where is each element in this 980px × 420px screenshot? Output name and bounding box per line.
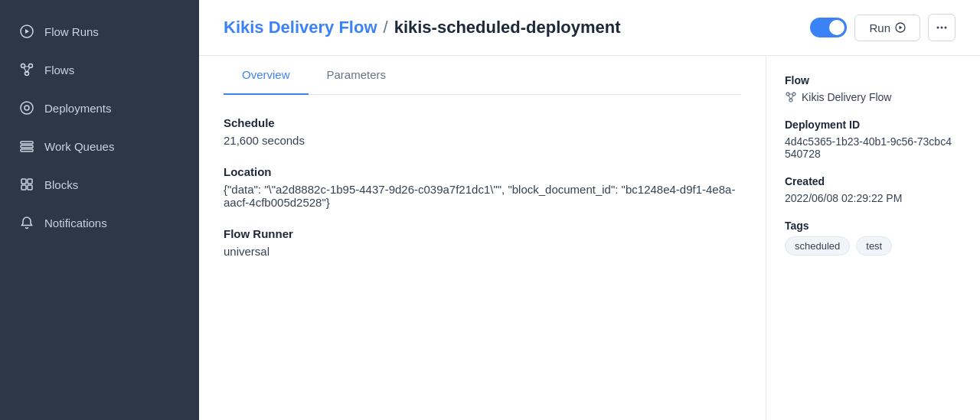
flows-icon [18,61,35,78]
tag-test: test [856,236,892,256]
flow-link: Kikis Delivery Flow [785,91,956,103]
sidebar-item-work-queues[interactable]: Work Queues [0,127,199,165]
meta-tags-label: Tags [785,220,956,232]
flow-runner-section: Flow Runner universal [224,227,741,258]
flow-runner-label: Flow Runner [224,227,741,240]
tab-overview[interactable]: Overview [224,56,309,95]
sidebar-item-label: Flows [44,63,74,77]
breadcrumb-flow-link[interactable]: Kikis Delivery Flow [224,18,377,37]
svg-point-4 [21,102,33,114]
meta-deployment-id-label: Deployment ID [785,119,956,131]
more-icon [935,21,949,34]
svg-point-5 [24,106,29,110]
sidebar-item-label: Work Queues [44,140,114,153]
svg-rect-8 [21,149,33,151]
tags-container: scheduled test [785,236,956,256]
content-area: Overview Parameters Schedule 21,600 seco… [199,56,980,420]
header-actions: Run [810,14,956,41]
schedule-label: Schedule [224,116,741,129]
play-icon [895,22,906,33]
blocks-icon [18,176,35,193]
meta-created-value: 2022/06/08 02:29:22 PM [785,192,956,204]
svg-rect-11 [21,185,26,190]
deployments-icon [18,99,35,116]
svg-rect-7 [21,145,33,148]
tabs: Overview Parameters [224,56,741,95]
svg-point-2 [29,64,33,68]
tab-parameters[interactable]: Parameters [309,56,405,95]
tag-scheduled: scheduled [785,236,850,256]
deployment-toggle[interactable] [810,18,847,37]
meta-deployment-id: Deployment ID 4d4c5365-1b23-40b1-9c56-73… [785,119,956,160]
sidebar-item-label: Blocks [44,178,78,191]
main-panel: Overview Parameters Schedule 21,600 seco… [199,56,766,420]
schedule-value: 21,600 seconds [224,134,741,147]
svg-point-15 [941,27,943,29]
svg-point-14 [937,27,939,29]
page-header: Kikis Delivery Flow / kikis-scheduled-de… [199,0,980,56]
sidebar: Flow Runs Flows Deployments [0,0,199,420]
meta-created: Created 2022/06/08 02:29:22 PM [785,175,956,204]
sidebar-item-blocks[interactable]: Blocks [0,165,199,203]
svg-rect-6 [21,142,33,144]
breadcrumb-deployment: kikis-scheduled-deployment [394,18,621,37]
location-label: Location [224,165,741,178]
notifications-icon [18,214,35,231]
svg-rect-9 [21,179,26,184]
svg-rect-10 [28,179,32,184]
meta-flow-label: Flow [785,74,956,86]
svg-point-1 [21,64,25,68]
location-section: Location {"data": "\"a2d8882c-1b95-4437-… [224,165,741,209]
more-options-button[interactable] [928,14,956,41]
meta-flow: Flow Kikis Delivery Flow [785,74,956,103]
svg-rect-12 [28,185,32,190]
main-area: Kikis Delivery Flow / kikis-scheduled-de… [199,0,980,420]
sidebar-item-flow-runs[interactable]: Flow Runs [0,12,199,50]
sidebar-item-notifications[interactable]: Notifications [0,203,199,242]
breadcrumb-separator: / [384,18,388,37]
meta-created-label: Created [785,175,956,187]
location-value: {"data": "\"a2d8882c-1b95-4437-9d26-c039… [224,183,741,209]
flow-runs-icon [18,23,35,40]
sidebar-item-flows[interactable]: Flows [0,50,199,89]
meta-tags: Tags scheduled test [785,220,956,256]
flow-icon [785,91,797,103]
sidebar-item-deployments[interactable]: Deployments [0,89,199,127]
work-queues-icon [18,138,35,155]
schedule-section: Schedule 21,600 seconds [224,116,741,147]
svg-point-17 [786,93,789,96]
meta-flow-name: Kikis Delivery Flow [802,91,891,103]
run-button[interactable]: Run [854,15,920,41]
sidebar-item-label: Deployments [44,102,112,115]
flow-runner-value: universal [224,245,741,258]
sidebar-item-label: Flow Runs [44,25,99,38]
sidebar-item-label: Notifications [44,217,107,230]
svg-point-18 [792,93,795,96]
svg-point-16 [945,27,947,29]
right-panel: Flow Kikis Delivery Flow Deployment ID [766,56,980,420]
meta-deployment-id-value: 4d4c5365-1b23-40b1-9c56-73cbc4540728 [785,135,956,160]
